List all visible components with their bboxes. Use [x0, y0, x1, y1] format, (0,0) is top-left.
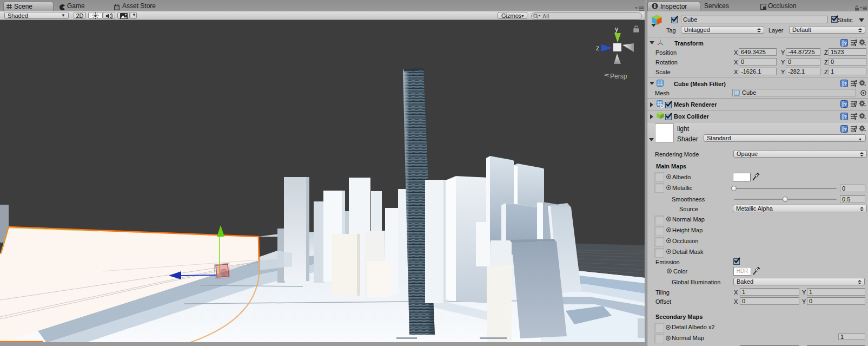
- svg-text:?: ?: [844, 102, 847, 107]
- svg-text:Persp: Persp: [610, 73, 627, 80]
- svg-text:?: ?: [844, 127, 847, 132]
- svg-text:y: y: [615, 25, 618, 33]
- svg-text:?: ?: [844, 41, 847, 46]
- svg-text:?: ?: [844, 81, 847, 87]
- svg-text:z: z: [596, 44, 599, 52]
- svg-text:?: ?: [844, 114, 847, 120]
